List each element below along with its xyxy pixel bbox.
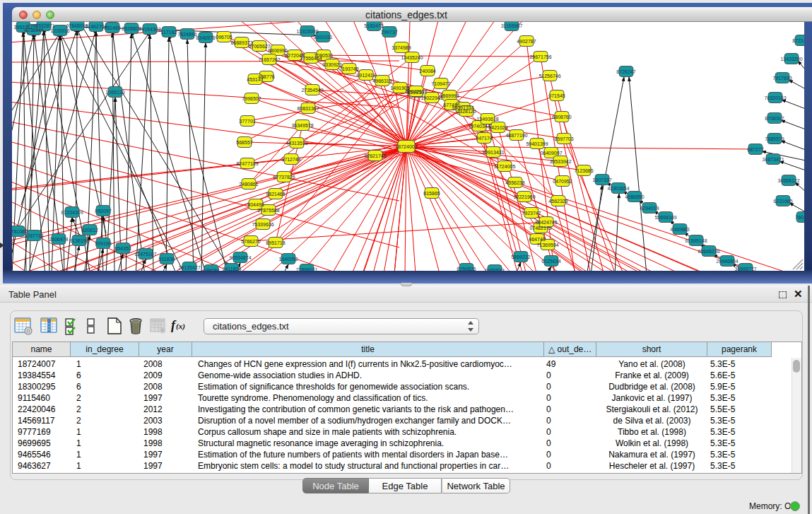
svg-text:5766270: 5766270 bbox=[241, 239, 260, 244]
svg-text:44313518: 44313518 bbox=[286, 141, 307, 146]
svg-text:62475107: 62475107 bbox=[134, 252, 156, 257]
svg-text:51256746: 51256746 bbox=[539, 74, 560, 78]
svg-text:06409097: 06409097 bbox=[540, 151, 562, 156]
svg-text:568557: 568557 bbox=[236, 140, 252, 145]
svg-text:93534874: 93534874 bbox=[229, 255, 251, 260]
svg-text:67737826: 67737826 bbox=[273, 175, 295, 180]
svg-text:92221969: 92221969 bbox=[513, 194, 535, 199]
svg-text:1226916: 1226916 bbox=[50, 28, 69, 33]
svg-text:3374989: 3374989 bbox=[392, 45, 411, 50]
svg-text:299737: 299737 bbox=[381, 30, 397, 35]
svg-text:27868011: 27868011 bbox=[296, 267, 318, 271]
svg-text:75339636: 75339636 bbox=[252, 222, 273, 227]
svg-text:48877190: 48877190 bbox=[505, 133, 527, 138]
svg-text:13493618: 13493618 bbox=[476, 117, 498, 122]
svg-text:71369594: 71369594 bbox=[536, 243, 558, 247]
svg-text:31165667: 31165667 bbox=[501, 23, 523, 28]
svg-text:096705: 096705 bbox=[216, 35, 232, 40]
svg-text:1869993: 1869993 bbox=[440, 93, 459, 98]
svg-text:854353: 854353 bbox=[114, 246, 131, 251]
svg-text:70154303: 70154303 bbox=[139, 27, 160, 32]
svg-text:8059826: 8059826 bbox=[457, 267, 476, 271]
svg-text:52047116: 52047116 bbox=[406, 89, 428, 94]
svg-text:36995777: 36995777 bbox=[734, 267, 756, 271]
svg-text:7109477: 7109477 bbox=[431, 81, 450, 86]
svg-text:71657262: 71657262 bbox=[258, 57, 280, 62]
svg-text:59401399: 59401399 bbox=[526, 141, 548, 146]
svg-text:39533942: 39533942 bbox=[549, 159, 571, 164]
svg-text:050097: 050097 bbox=[95, 209, 111, 214]
svg-text:96532871: 96532871 bbox=[33, 23, 54, 28]
svg-text:453147: 453147 bbox=[247, 77, 263, 82]
svg-text:1065133: 1065133 bbox=[105, 90, 124, 95]
svg-text:8708317: 8708317 bbox=[765, 116, 784, 121]
svg-text:2328120: 2328120 bbox=[457, 109, 476, 114]
svg-text:909169: 909169 bbox=[95, 241, 111, 246]
svg-text:9912419: 9912419 bbox=[356, 73, 375, 78]
svg-text:4902787: 4902787 bbox=[517, 39, 536, 44]
svg-text:80831367: 80831367 bbox=[297, 106, 319, 111]
svg-text:7123685: 7123685 bbox=[574, 168, 593, 173]
svg-text:4966319: 4966319 bbox=[372, 78, 392, 83]
svg-text:7917693: 7917693 bbox=[772, 76, 792, 81]
svg-text:18724007: 18724007 bbox=[395, 144, 417, 149]
svg-text:8951718: 8951718 bbox=[266, 240, 285, 245]
svg-text:61595148: 61595148 bbox=[685, 238, 707, 243]
svg-text:80913431: 80913431 bbox=[482, 150, 504, 155]
svg-text:27875588: 27875588 bbox=[257, 208, 279, 213]
svg-text:7889579: 7889579 bbox=[765, 136, 784, 141]
svg-text:7193745: 7193745 bbox=[339, 66, 358, 71]
svg-text:2421024: 2421024 bbox=[488, 125, 507, 130]
svg-text:240084: 240084 bbox=[419, 69, 435, 74]
svg-text:820812: 820812 bbox=[81, 228, 98, 233]
svg-text:4556238: 4556238 bbox=[505, 180, 524, 185]
svg-text:5183473: 5183473 bbox=[364, 23, 383, 28]
svg-text:3267736: 3267736 bbox=[24, 233, 43, 238]
svg-text:947174: 947174 bbox=[476, 136, 492, 141]
svg-text:25135427: 25135427 bbox=[178, 265, 200, 270]
svg-text:687277: 687277 bbox=[747, 147, 763, 152]
svg-text:9821465: 9821465 bbox=[266, 192, 285, 197]
svg-text:1640052: 1640052 bbox=[278, 257, 298, 262]
svg-text:760366: 760366 bbox=[795, 215, 804, 220]
svg-text:8346578: 8346578 bbox=[196, 35, 215, 40]
svg-text:117182: 117182 bbox=[161, 30, 177, 35]
svg-text:6231665: 6231665 bbox=[773, 199, 792, 204]
svg-text:2411824: 2411824 bbox=[223, 267, 242, 271]
svg-text:67065627: 67065627 bbox=[248, 44, 270, 49]
svg-text:0470952: 0470952 bbox=[553, 179, 572, 184]
svg-text:36349578: 36349578 bbox=[291, 123, 313, 128]
svg-text:8726247: 8726247 bbox=[616, 69, 635, 74]
svg-text:5869232: 5869232 bbox=[511, 255, 530, 259]
svg-text:7080531: 7080531 bbox=[314, 53, 333, 58]
svg-text:464743: 464743 bbox=[529, 237, 545, 242]
svg-text:2480861: 2480861 bbox=[239, 182, 258, 187]
svg-text:7824896: 7824896 bbox=[177, 32, 196, 37]
svg-text:911838: 911838 bbox=[159, 257, 175, 262]
svg-text:281489: 281489 bbox=[104, 25, 120, 30]
svg-text:29946804: 29946804 bbox=[716, 259, 738, 264]
svg-text:(x): (x) bbox=[176, 322, 185, 331]
svg-text:9136193: 9136193 bbox=[69, 238, 88, 243]
svg-text:0450533: 0450533 bbox=[485, 268, 504, 271]
svg-text:8597703: 8597703 bbox=[554, 136, 573, 141]
svg-text:071545: 071545 bbox=[548, 93, 565, 98]
svg-text:07482175: 07482175 bbox=[529, 226, 551, 230]
svg-text:65648236: 65648236 bbox=[698, 249, 719, 254]
svg-text:76320163: 76320163 bbox=[764, 95, 786, 100]
svg-text:02621745: 02621745 bbox=[364, 153, 386, 158]
svg-text:87234309: 87234309 bbox=[61, 210, 83, 215]
svg-text:2606474: 2606474 bbox=[49, 237, 68, 242]
svg-text:4060883: 4060883 bbox=[670, 227, 689, 232]
svg-text:79740344: 79740344 bbox=[468, 124, 490, 129]
svg-text:6808760: 6808760 bbox=[552, 115, 571, 119]
svg-text:8721489: 8721489 bbox=[792, 38, 804, 43]
svg-text:13435240: 13435240 bbox=[401, 55, 423, 60]
svg-text:498084: 498084 bbox=[203, 268, 219, 271]
svg-text:377701: 377701 bbox=[239, 119, 255, 124]
svg-text:11724005: 11724005 bbox=[494, 164, 516, 169]
svg-text:4238849: 4238849 bbox=[24, 28, 43, 33]
svg-text:1607337: 1607337 bbox=[592, 177, 611, 182]
svg-text:4586850: 4586850 bbox=[625, 194, 644, 199]
svg-text:34558122: 34558122 bbox=[777, 178, 799, 183]
